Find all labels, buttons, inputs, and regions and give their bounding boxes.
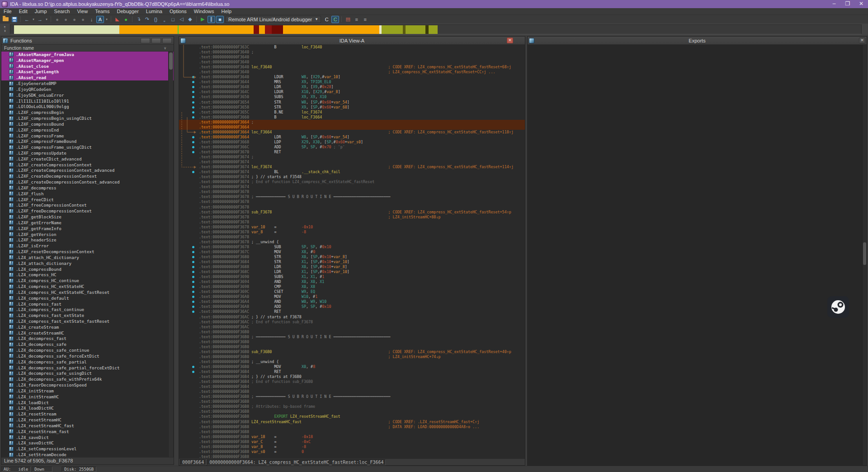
function-list-item[interactable]: f.AAsset_read: [1, 75, 174, 80]
function-list-item[interactable]: f.LZ4_createStream: [1, 324, 174, 330]
asm-line[interactable]: .text:00000000000F367CMOVX8, #0: [179, 250, 525, 255]
ida-view-close-icon[interactable]: ✕: [507, 38, 513, 43]
function-list-item[interactable]: f.LZ4F_getVersion: [1, 231, 174, 237]
search-dropdown-icon[interactable]: ▾: [105, 16, 108, 23]
function-list-item[interactable]: f.LZ4_compress_default: [1, 295, 174, 301]
function-list-item[interactable]: f.LZ4F_compressBegin: [1, 109, 174, 115]
function-list-item[interactable]: f.LZ4F_freeDecompressionContext: [1, 208, 174, 214]
asm-line[interactable]: .text:00000000000F3678; ═════════════ S …: [179, 194, 525, 199]
function-list-item[interactable]: f.LZ4_attach_HC_dictionary: [1, 255, 174, 260]
function-list-item[interactable]: f.LZ4_compress_fast: [1, 301, 174, 307]
asm-line[interactable]: .text:00000000000F3694ANDX0, X0, X1: [179, 279, 525, 284]
menu-item-windows[interactable]: Windows: [190, 8, 218, 15]
function-list-item[interactable]: f.LZ4F_freeCDict: [1, 197, 174, 203]
step-over-icon[interactable]: ↷: [143, 16, 151, 23]
function-list-item[interactable]: f.LZ4_decompress_safe_partial: [1, 359, 174, 365]
forward-dropdown-icon[interactable]: ▾: [45, 16, 48, 23]
function-list-item[interactable]: f.LZ4F_createDecompressionContext: [1, 173, 174, 179]
asm-line[interactable]: .text:00000000000F3658STRX9, [SP,#0x60+v…: [179, 105, 525, 110]
function-list-item[interactable]: f.LZ4_decompress_safe: [1, 341, 174, 347]
asm-line[interactable]: .text:00000000000F36B8var_8=-8: [179, 444, 525, 449]
asm-line[interactable]: .text:00000000000F3648LDRX9, [X9,#0x28]: [179, 85, 525, 90]
asm-line[interactable]: .text:00000000000F36B8; ═════════════ S …: [179, 394, 525, 399]
asm-line[interactable]: .text:00000000000F3678var_8=-8: [179, 230, 525, 235]
asm-line[interactable]: .text:00000000000F363CBloc_F3640: [179, 45, 525, 50]
set-color-icon[interactable]: ◣: [113, 16, 121, 23]
asm-line[interactable]: .text:00000000000F3640LDURW8, [X29,#var_…: [179, 75, 525, 80]
asm-line[interactable]: .text:00000000000F36B0: [179, 340, 525, 345]
asm-line[interactable]: .text:00000000000F3640; LZ4_compress_HC_…: [179, 70, 525, 75]
asm-line[interactable]: .text:00000000000F3678: [179, 235, 525, 240]
function-list-item[interactable]: f.LZ4_compress_HC_continue: [1, 278, 174, 283]
steam-overlay-icon[interactable]: [827, 296, 849, 318]
function-list-item[interactable]: f.LZ4_loadDictHC: [1, 406, 174, 411]
function-list-item[interactable]: f.LZ4F_headerSize: [1, 237, 174, 243]
function-list-item[interactable]: f.EjoyGenerateBMP: [1, 80, 174, 86]
function-list-item[interactable]: f.LZ4_initStreamHC: [1, 394, 174, 400]
function-list-item[interactable]: f.LZ4F_decompress: [1, 185, 174, 191]
function-list-item[interactable]: f.LZ4F_resetDecompressionContext: [1, 249, 174, 255]
function-list-item[interactable]: f.LZ4_resetStreamHC_fast: [1, 423, 174, 429]
asm-line[interactable]: .text:00000000000F36A8ADDSP, SP, #0x10: [179, 304, 525, 309]
function-list-item[interactable]: f.LZ4_attach_dictionary: [1, 260, 174, 266]
c-source-icon[interactable]: C: [323, 16, 330, 23]
function-list-item[interactable]: f.LZ4_decompress_safe_withPrefix64k: [1, 376, 174, 382]
function-list-item[interactable]: f.LZ4_initStream: [1, 388, 174, 394]
function-list-item[interactable]: f.LZ4_setCompressionLevel: [1, 446, 174, 452]
asm-line[interactable]: .text:00000000000F3678SUBSP, SP, #0x10: [179, 245, 525, 250]
local-types-icon[interactable]: ≡: [361, 16, 369, 23]
function-list-item[interactable]: f.LZ4_compress_HC_extStateHC_fastReset: [1, 289, 174, 295]
asm-line[interactable]: .text:00000000000F36B4RET: [179, 369, 525, 374]
asm-line[interactable]: .text:00000000000F369CCSETW9, EQ: [179, 289, 525, 294]
function-list-item[interactable]: f.LZ4F_compressFrame: [1, 133, 174, 139]
function-list-item[interactable]: f.LZ4F_compressFrame_usingCDict: [1, 144, 174, 150]
asm-line[interactable]: .text:00000000000F36B4: [179, 384, 525, 389]
function-list-item[interactable]: f.LZ4_saveDictHC: [1, 440, 174, 446]
asm-line[interactable]: .text:00000000000F3690SUBSX1, X1, #1: [179, 274, 525, 279]
step-into-icon[interactable]: ↴: [135, 16, 142, 23]
asm-line[interactable]: .text:00000000000F36AC; End of function …: [179, 320, 525, 325]
open-file-icon[interactable]: [2, 16, 9, 23]
asm-line[interactable]: .text:00000000000F36B0: [179, 345, 525, 349]
enum-view-icon[interactable]: ≡: [353, 16, 360, 23]
asm-line[interactable]: .text:00000000000F3684STRX1, [SP,#0x10+v…: [179, 260, 525, 264]
navigation-band[interactable]: [10, 24, 862, 34]
run-until-return-icon[interactable]: {}: [152, 16, 160, 23]
exports-scrollbar[interactable]: [862, 45, 867, 465]
function-list-item[interactable]: f.LZ4_compress_HC_extStateHC: [1, 283, 174, 289]
asm-line[interactable]: .text:00000000000F36B4; } // starts at F…: [179, 374, 525, 379]
function-list-item[interactable]: f.LZ4F_flush: [1, 191, 174, 197]
asm-line[interactable]: .text:00000000000F36B8EXPORT LZ4_resetSt…: [179, 414, 525, 419]
asm-line[interactable]: .text:00000000000F36AC; } // starts at F…: [179, 315, 525, 320]
functions-header[interactable]: f Functions: [1, 37, 174, 45]
pseudocode-icon[interactable]: C: [331, 16, 339, 23]
function-list-item[interactable]: f.LZ4F_freeCompressionContext: [1, 203, 174, 208]
asm-line[interactable]: .text:00000000000F368CLDRX1, [SP,#0x10+v…: [179, 269, 525, 274]
asm-line[interactable]: .text:00000000000F365CB.NEloc_F3674: [179, 110, 525, 115]
function-list-item[interactable]: f.LZ4F_compressBegin_usingCDict: [1, 115, 174, 121]
asm-line[interactable]: .text:00000000000F3678var_10=-0x10: [179, 225, 525, 230]
functions-dock-button-2[interactable]: [151, 38, 161, 43]
jump-problem-icon[interactable]: ●: [79, 16, 87, 23]
function-list-item[interactable]: f.LZ4F_createDecompressionContext_advanc…: [1, 179, 174, 185]
functions-scrollbar[interactable]: [168, 52, 173, 458]
function-list-item[interactable]: f.LZ4_decompress_safe_usingDict: [1, 371, 174, 377]
asm-line[interactable]: .text:00000000000F36B8var_s0=0: [179, 449, 525, 454]
function-list-item[interactable]: f.LZ4_saveDict: [1, 434, 174, 440]
asm-line[interactable]: .text:00000000000F3674BL.__stack_chk_fai…: [179, 170, 525, 175]
functions-dock-button-1[interactable]: [141, 38, 150, 43]
asm-line[interactable]: .text:00000000000F36B4; End of function …: [179, 379, 525, 384]
function-list-item[interactable]: f.LZ4_resetStream: [1, 411, 174, 417]
save-database-icon[interactable]: [10, 16, 18, 23]
jump-name-icon[interactable]: ●: [62, 16, 70, 23]
navband-handle[interactable]: ▸⋮▾: [1, 24, 9, 34]
asm-line[interactable]: .text:00000000000F3678: [179, 199, 525, 204]
asm-line[interactable]: .text:00000000000F3664;: [179, 120, 525, 125]
minimize-button[interactable]: –: [827, 0, 841, 8]
function-list-item[interactable]: f.LZ4F_createCompressionContext: [1, 162, 174, 168]
asm-line[interactable]: .text:00000000000F3670RET: [179, 150, 525, 155]
menu-item-teams[interactable]: Teams: [91, 8, 113, 15]
asm-line[interactable]: .text:00000000000F3674: [179, 160, 525, 165]
asm-line[interactable]: .text:00000000000F3678: [179, 220, 525, 225]
exports-header[interactable]: Exports ✕: [528, 37, 867, 45]
